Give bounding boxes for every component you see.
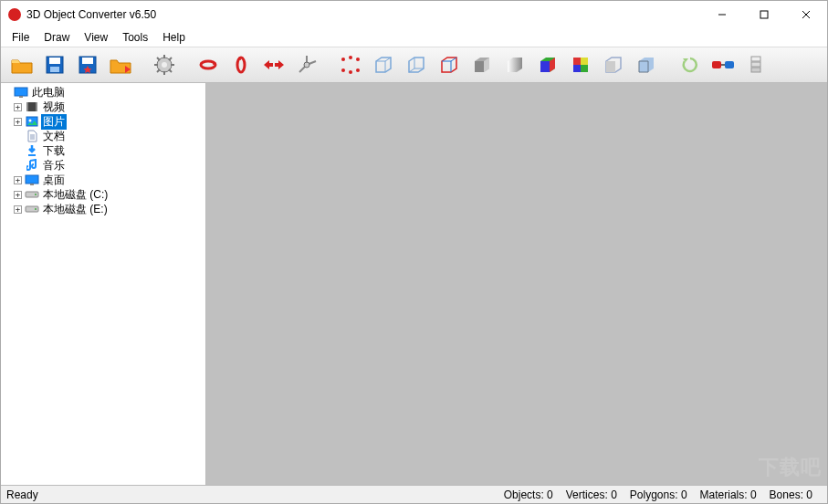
svg-point-45 (29, 120, 32, 122)
svg-rect-6 (50, 67, 59, 72)
anaglyph-button[interactable] (707, 49, 739, 80)
shade-colored-button[interactable] (532, 49, 563, 80)
drive-icon (25, 203, 39, 215)
half-shade-button[interactable] (631, 49, 662, 80)
status-materials: Materials: 0 (700, 488, 757, 501)
watermark: 下载吧 (759, 454, 822, 481)
svg-rect-31 (573, 65, 581, 72)
expand-icon[interactable]: + (14, 191, 22, 199)
rotate-x-button[interactable] (193, 49, 224, 80)
download-icon (25, 144, 39, 157)
shade-flat-button[interactable] (466, 49, 498, 80)
svg-rect-1 (760, 11, 768, 18)
app-window: 3D Object Converter v6.50 File Draw View… (0, 0, 828, 504)
refresh-button[interactable] (675, 49, 706, 80)
svg-rect-33 (712, 61, 721, 68)
menu-draw[interactable]: Draw (37, 29, 77, 46)
menu-help[interactable]: Help (155, 29, 193, 46)
rotate-y-button[interactable] (225, 49, 257, 80)
save-favorite-button[interactable] (72, 49, 103, 80)
expand-icon[interactable]: + (14, 176, 22, 184)
doc-icon (25, 130, 39, 142)
content-area: 此电脑+视频+图片文档下载音乐+桌面+本地磁盘 (C:)+本地磁盘 (E:) 下… (1, 83, 827, 485)
wireframe-back-button[interactable] (401, 49, 432, 80)
menu-file[interactable]: File (5, 29, 37, 46)
tree-item-label: 本地磁盘 (E:) (41, 202, 110, 217)
monitor-icon (25, 173, 39, 186)
svg-point-24 (356, 58, 360, 61)
tree-item[interactable]: +桌面 (1, 173, 205, 187)
svg-rect-50 (26, 175, 38, 184)
file-tree-panel: 此电脑+视频+图片文档下载音乐+桌面+本地磁盘 (C:)+本地磁盘 (E:) (1, 83, 206, 485)
music-icon (25, 159, 39, 172)
tree-item[interactable]: 音乐 (1, 158, 205, 173)
svg-rect-36 (751, 68, 760, 72)
film-icon (25, 100, 39, 113)
half-wire-button[interactable] (598, 49, 629, 80)
wireframe-front-button[interactable] (368, 49, 399, 80)
svg-rect-5 (49, 58, 60, 64)
close-button[interactable] (785, 1, 827, 28)
svg-point-53 (35, 194, 37, 195)
tree-item[interactable]: 此电脑 (1, 85, 205, 100)
tree-item-label: 本地磁盘 (C:) (41, 187, 110, 203)
menu-view[interactable]: View (77, 29, 115, 46)
svg-rect-42 (26, 102, 28, 111)
svg-line-15 (157, 58, 160, 60)
menu-tools[interactable]: Tools (115, 29, 155, 46)
svg-point-22 (304, 62, 309, 68)
save-button[interactable] (39, 49, 70, 80)
drive-icon (25, 188, 39, 201)
window-title: 3D Object Converter v6.50 (26, 8, 701, 21)
menubar: File Draw View Tools Help (1, 28, 827, 47)
mark-folder-button[interactable] (105, 49, 136, 80)
wireframe-colored-button[interactable] (434, 49, 465, 80)
flip-button[interactable] (258, 49, 289, 80)
expand-icon[interactable]: + (14, 103, 22, 111)
svg-point-28 (349, 70, 352, 74)
svg-rect-8 (82, 58, 93, 64)
tree-item[interactable]: +本地磁盘 (C:) (1, 187, 205, 202)
picture-icon (25, 115, 39, 128)
file-tree[interactable]: 此电脑+视频+图片文档下载音乐+桌面+本地磁盘 (C:)+本地磁盘 (E:) (1, 83, 205, 218)
svg-rect-51 (30, 184, 34, 185)
svg-rect-40 (19, 96, 23, 98)
svg-point-27 (349, 56, 352, 59)
svg-rect-39 (15, 88, 27, 96)
shade-smooth-button[interactable] (499, 49, 530, 80)
expand-icon[interactable]: + (14, 118, 22, 126)
svg-rect-34 (725, 61, 734, 68)
tree-item-label: 图片 (41, 114, 67, 130)
svg-line-16 (169, 69, 172, 72)
tree-item-label: 音乐 (41, 158, 67, 173)
svg-rect-29 (573, 58, 581, 65)
axis-tool-button[interactable] (291, 49, 322, 80)
settings-button[interactable] (149, 49, 180, 80)
tree-item[interactable]: +本地磁盘 (E:) (1, 202, 205, 216)
svg-point-55 (35, 208, 37, 210)
status-ready: Ready (6, 488, 504, 501)
svg-rect-38 (751, 57, 760, 61)
monitor-icon (14, 86, 28, 99)
tree-item[interactable]: +视频 (1, 100, 205, 114)
window-controls (701, 1, 827, 28)
open-folder-button[interactable] (6, 49, 37, 80)
svg-point-25 (341, 68, 345, 72)
tree-item[interactable]: 下载 (1, 143, 205, 158)
tree-item[interactable]: 文档 (1, 129, 205, 143)
svg-point-23 (341, 58, 345, 61)
bounds-button[interactable] (335, 49, 366, 80)
toolbar (1, 47, 827, 83)
status-polygons: Polygons: 0 (630, 488, 687, 501)
svg-rect-49 (28, 154, 36, 156)
tree-item[interactable]: +图片 (1, 114, 205, 129)
minimize-button[interactable] (701, 1, 743, 28)
expand-icon[interactable]: + (14, 205, 22, 214)
tree-item-label: 视频 (41, 100, 67, 115)
viewport-3d[interactable]: 下载吧 (206, 83, 827, 485)
svg-rect-30 (581, 58, 588, 65)
tree-item-label: 此电脑 (30, 85, 67, 100)
shade-checker-button[interactable] (565, 49, 596, 80)
extrude-button[interactable] (740, 49, 771, 80)
maximize-button[interactable] (743, 1, 785, 28)
